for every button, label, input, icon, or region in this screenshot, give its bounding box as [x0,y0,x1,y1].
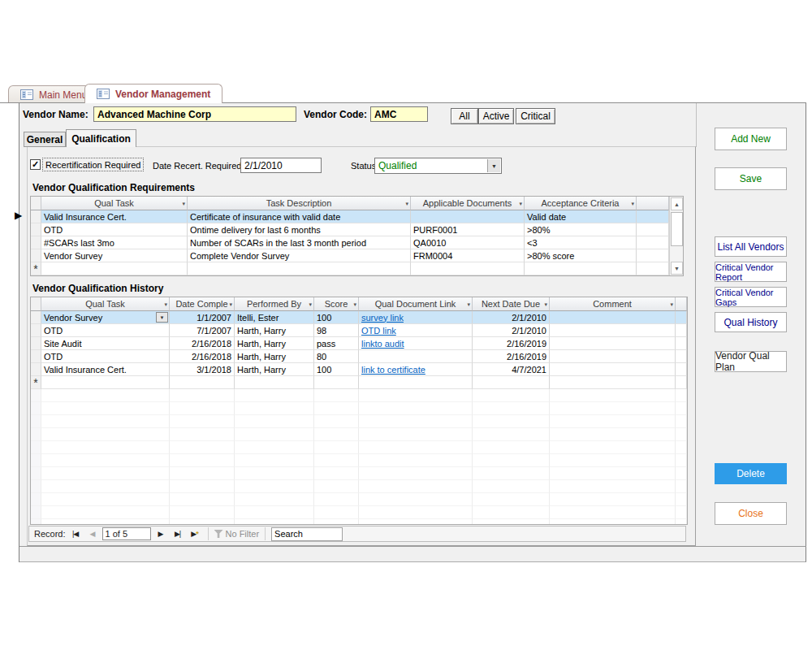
column-header-task-description[interactable]: Task Description▾ [188,197,411,210]
cell-qual-task[interactable]: Valid Insurance Cert. [41,210,188,223]
cell-acceptance-criteria[interactable]: >80% [525,223,637,236]
select-all-corner[interactable] [31,197,41,210]
critical-vendor-gaps-button[interactable]: Critical Vendor Gaps [715,287,787,307]
cell-score[interactable]: 98 [314,324,359,337]
document-link[interactable]: OTD link [361,326,396,336]
cell-qual-task[interactable]: OTD [41,324,170,337]
cell-acceptance-criteria[interactable]: >80% score [525,249,637,262]
empty-cell[interactable] [41,376,170,389]
column-header-date-comple[interactable]: Date Comple▾ [170,297,235,311]
vendor-name-field[interactable] [93,106,296,122]
empty-cell[interactable] [314,376,359,389]
cell-date-comple[interactable]: 1/1/2007 [170,311,235,324]
cell-performed-by[interactable]: Harth, Harry [235,350,314,363]
column-header-acceptance-criteria[interactable]: Acceptance Criteria▾ [525,197,637,210]
cell-qual-document-link[interactable]: survey link [359,311,473,324]
cell-applicable-documents[interactable]: FRM0004 [411,249,525,262]
cell-next-date-due[interactable]: 2/1/2010 [473,311,550,324]
vertical-scrollbar[interactable]: ▲▼ [669,197,683,275]
row-selector[interactable] [31,337,41,350]
cell-performed-by[interactable]: Harth, Harry [235,324,314,337]
document-link[interactable]: link to certificate [361,365,425,375]
tab-general[interactable]: General [24,132,66,147]
delete-button[interactable]: Delete [715,463,787,484]
cell-qual-document-link[interactable]: OTD link [359,324,473,337]
critical-vendor-report-button[interactable]: Critical Vendor Report [715,262,787,282]
cell-qual-task[interactable]: #SCARs last 3mo [41,236,188,249]
first-record-button[interactable]: |◀ [68,527,83,540]
cell-task-description[interactable]: Number of SCARs in the last 3 month peri… [188,236,411,249]
chevron-down-icon[interactable]: ▼ [156,312,168,323]
column-header-performed-by[interactable]: Performed By▾ [235,297,314,311]
new-record-row[interactable]: * [31,376,687,389]
row-selector[interactable] [31,324,41,337]
add-new-button[interactable]: Add New [715,128,787,150]
row-selector[interactable] [31,210,41,223]
cell-performed-by[interactable]: Harth, Harry [235,363,314,376]
cell-date-comple[interactable]: 3/1/2018 [170,363,235,376]
cell-comment[interactable] [550,363,676,376]
cell-task-description[interactable]: Certificate of insurance with valid date [188,210,411,223]
column-header-qual-document-link[interactable]: Qual Document Link▾ [359,297,473,311]
empty-cell[interactable] [170,376,235,389]
empty-cell[interactable] [550,376,676,389]
scroll-thumb[interactable] [671,212,683,246]
record-selector-bar[interactable]: ▶ [6,103,19,562]
cell-qual-task[interactable]: Vendor Survey▼ [41,311,170,324]
cell-date-comple[interactable]: 2/16/2018 [170,337,235,350]
save-button[interactable]: Save [715,167,787,190]
cell-comment[interactable] [550,324,676,337]
new-record-row[interactable]: * [31,262,683,275]
close-button[interactable]: Close [715,502,787,525]
qual-history-button[interactable]: Qual History [715,312,787,332]
cell-acceptance-criteria[interactable]: Valid date [525,210,637,223]
cell-date-comple[interactable]: 2/16/2018 [170,350,235,363]
previous-record-button[interactable]: ◀ [85,527,100,540]
cell-date-comple[interactable]: 7/1/2007 [170,324,235,337]
tab-vendor-management[interactable]: Vendor Management [84,84,222,103]
cell-task-description[interactable]: Complete Vendor Survey [188,249,411,262]
cell-score[interactable]: pass [314,337,359,350]
cell-qual-task[interactable]: OTD [41,350,170,363]
column-header-qual-task[interactable]: Qual Task▾ [41,297,170,311]
row-selector[interactable] [31,311,41,324]
cell-comment[interactable] [550,311,676,324]
document-link[interactable]: linkto audit [361,339,404,349]
column-header-next-date-due[interactable]: Next Date Due▾ [473,297,550,311]
empty-cell[interactable] [41,262,188,275]
cell-score[interactable]: 80 [314,350,359,363]
date-recert-field[interactable] [240,158,322,173]
no-filter-icon[interactable] [214,530,223,538]
row-selector[interactable] [31,350,41,363]
cell-comment[interactable] [550,350,676,363]
recertification-checkbox[interactable]: ✓ [30,159,41,170]
empty-cell[interactable] [188,262,411,275]
select-all-corner[interactable] [31,297,41,311]
empty-cell[interactable] [525,262,637,275]
empty-cell[interactable] [235,376,314,389]
cell-task-description[interactable]: Ontime delivery for last 6 months [188,223,411,236]
cell-acceptance-criteria[interactable]: <3 [525,236,637,249]
cell-qual-task[interactable]: Valid Insurance Cert. [41,363,170,376]
last-record-button[interactable]: ▶| [171,527,185,540]
next-record-button[interactable]: ▶ [153,527,168,540]
scroll-down-button[interactable]: ▼ [671,262,683,275]
cell-next-date-due[interactable]: 2/1/2010 [473,324,550,337]
column-header-score[interactable]: Score▾ [314,297,359,311]
cell-qual-document-link[interactable] [359,350,473,363]
row-selector[interactable] [31,223,41,236]
filter-active-button[interactable]: Active [478,108,514,124]
cell-next-date-due[interactable]: 2/16/2019 [473,337,550,350]
vendor-code-field[interactable] [370,106,428,122]
list-all-vendors-button[interactable]: List All Vendors [715,236,787,257]
column-header-comment[interactable]: Comment▾ [550,297,676,311]
vendor-qual-plan-button[interactable]: Vendor Qual Plan [715,351,787,372]
cell-performed-by[interactable]: Harth, Harry [235,337,314,350]
cell-qual-document-link[interactable]: link to certificate [359,363,473,376]
cell-next-date-due[interactable]: 2/16/2019 [473,350,550,363]
cell-qual-document-link[interactable]: linkto audit [359,337,473,350]
cell-performed-by[interactable]: Itelli, Ester [235,311,314,324]
cell-applicable-documents[interactable]: QA0010 [411,236,525,249]
cell-applicable-documents[interactable]: PURF0001 [411,223,525,236]
chevron-down-icon[interactable]: ▼ [487,159,500,172]
